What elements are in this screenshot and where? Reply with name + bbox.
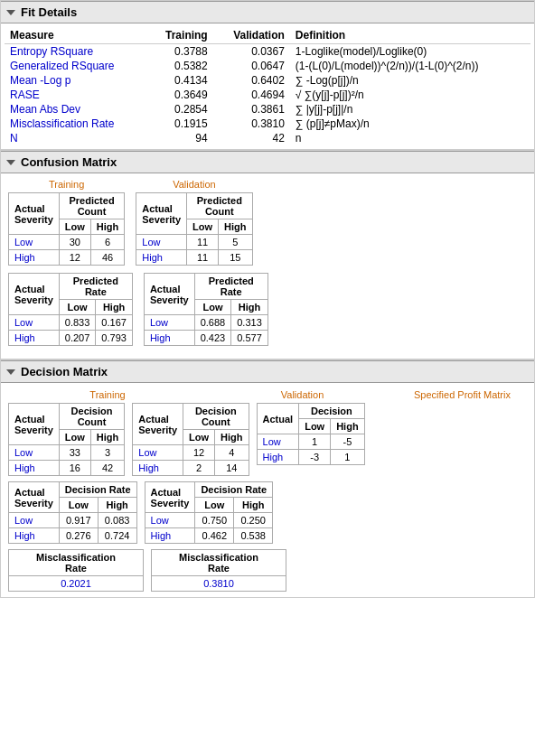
dm-decision-count-header-v: DecisionCount: [183, 404, 249, 430]
row-low: 0.207: [59, 331, 96, 346]
confusion-matrix-content: Training ActualSeverity PredictedCount L…: [1, 173, 534, 359]
row-low: 0.750: [195, 513, 234, 528]
table-row: Low 11 5: [136, 235, 252, 250]
dm-validation-misc-title: MisclassificationRate: [152, 550, 286, 576]
cm-predicted-rate-header-t: PredictedRate: [59, 274, 132, 300]
table-row: High -3 1: [257, 450, 364, 465]
row-low: 33: [59, 445, 90, 461]
fit-definition: 1-Loglike(model)/Loglike(0): [290, 44, 530, 60]
fit-details-header: Fit Details: [1, 1, 534, 23]
fit-definition: (1-(L(0)/L(model))^(2/n))/(1-L(0)^(2/n)): [290, 59, 530, 73]
row-label: High: [9, 528, 60, 544]
cm-actual-severity-header-v: ActualSeverity: [136, 193, 187, 235]
cm-count-row: Training ActualSeverity PredictedCount L…: [8, 179, 527, 266]
dm-actual-header-profit: Actual: [257, 404, 299, 434]
cm-rate-low-header-v: Low: [194, 300, 231, 315]
row-label: High: [9, 461, 60, 476]
fit-table-row: Generalized RSquare 0.5382 0.0647 (1-(L(…: [5, 59, 530, 73]
dm-actual-severity-header-t: ActualSeverity: [9, 404, 60, 445]
table-row: High 0.423 0.577: [144, 331, 268, 346]
row-label: High: [9, 331, 60, 346]
row-low: 30: [59, 235, 90, 250]
fit-details-content: Measure Training Validation Definition E…: [1, 23, 534, 149]
dm-training-misc-wrapper: MisclassificationRate 0.2021: [8, 549, 144, 592]
dm-rate-low-header-t: Low: [59, 498, 98, 513]
fit-definition: ∑ -Log(p[j])/n: [290, 73, 530, 88]
row-label: Low: [133, 445, 183, 461]
dm-high-header-v: High: [215, 430, 249, 445]
fit-validation: 0.6402: [213, 73, 290, 88]
dm-profit-matrix-label: Specified Profit Matrix: [414, 389, 511, 400]
row-label: High: [9, 250, 60, 266]
row-label: Low: [9, 315, 60, 331]
collapse-triangle-fit[interactable]: [6, 10, 15, 15]
row-label: Low: [144, 315, 194, 331]
fit-measure: Misclassification Rate: [5, 117, 147, 131]
dm-actual-severity-rate-header-t: ActualSeverity: [9, 482, 60, 513]
dm-rate-low-header-v: Low: [195, 498, 234, 513]
table-row: High 11 15: [136, 250, 252, 266]
row-label: Low: [9, 235, 60, 250]
row-low: 0.276: [59, 528, 98, 544]
fit-definition: ∑ |y[j]-p[j]|/n: [290, 102, 530, 117]
table-row: High 16 42: [9, 461, 125, 476]
row-low: 0.462: [195, 528, 234, 544]
cm-training-count-group: Training ActualSeverity PredictedCount L…: [8, 179, 125, 266]
cm-actual-severity-rate-header-v: ActualSeverity: [144, 274, 194, 315]
row-high: 0.250: [234, 513, 273, 528]
table-row: High 0.207 0.793: [9, 331, 133, 346]
dm-profit-matrix-wrapper: Actual Decision Low High Low 1 -5 High -…: [257, 403, 365, 465]
dm-validation-rate-wrapper: ActualSeverity Decision Rate Low High Lo…: [145, 481, 274, 544]
fit-table-row: Entropy RSquare 0.3788 0.0367 1-Loglike(…: [5, 44, 530, 60]
row-low: 0.688: [194, 315, 231, 331]
dm-training-misc-title: MisclassificationRate: [9, 550, 144, 576]
dm-decision-header-profit: Decision: [299, 404, 364, 419]
fit-validation: 0.3861: [213, 102, 290, 117]
col-definition: Definition: [290, 27, 530, 44]
fit-measure: Generalized RSquare: [5, 59, 147, 73]
row-label: High: [136, 250, 187, 266]
dm-count-row: ActualSeverity DecisionCount Low High Lo…: [8, 403, 527, 476]
cm-predicted-rate-header-v: PredictedRate: [194, 274, 268, 300]
cm-high-header-v: High: [219, 219, 252, 235]
row-low: 0.833: [59, 315, 96, 331]
decision-matrix-content: Training Validation Specified Profit Mat…: [1, 383, 534, 597]
cm-actual-severity-header-t: ActualSeverity: [9, 193, 60, 235]
fit-details-table: Measure Training Validation Definition E…: [5, 27, 530, 145]
cm-predicted-count-header-v: PredictedCount: [187, 193, 252, 219]
dm-training-label: Training: [89, 389, 125, 400]
cm-validation-count-table: ActualSeverity PredictedCount Low High L…: [136, 192, 252, 266]
col-measure: Measure: [5, 27, 147, 44]
dm-training-rate-table: ActualSeverity Decision Rate Low High Lo…: [8, 481, 137, 544]
dm-training-label-wrapper: Training: [8, 388, 207, 401]
dm-training-misc-value: 0.2021: [9, 576, 144, 592]
fit-measure: RASE: [5, 88, 147, 102]
fit-table-header-row: Measure Training Validation Definition: [5, 27, 530, 44]
cm-predicted-count-header-t: PredictedCount: [59, 193, 124, 219]
cm-rate-high-header-v: High: [231, 300, 268, 315]
dm-misc-row: MisclassificationRate 0.2021 Misclassifi…: [8, 549, 527, 592]
fit-training: 94: [147, 131, 213, 145]
collapse-triangle-cm[interactable]: [6, 160, 15, 165]
dm-profit-label-wrapper: Specified Profit Matrix: [398, 388, 527, 401]
cm-validation-rate-table: ActualSeverity PredictedRate Low High Lo…: [144, 273, 268, 346]
fit-table-row: Mean Abs Dev 0.2854 0.3861 ∑ |y[j]-p[j]|…: [5, 102, 530, 117]
cm-rate-row: ActualSeverity PredictedRate Low High Lo…: [8, 273, 527, 346]
dm-rate-high-header-t: High: [98, 498, 136, 513]
cm-validation-rate-group: ActualSeverity PredictedRate Low High Lo…: [144, 273, 268, 346]
table-row: High 0.276 0.724: [9, 528, 137, 544]
dm-decision-count-header-t: DecisionCount: [59, 404, 124, 430]
dm-training-misc-table: MisclassificationRate 0.2021: [8, 549, 144, 592]
fit-validation: 0.0647: [213, 59, 290, 73]
table-row: High 2 14: [133, 461, 249, 476]
table-row: Low 30 6: [9, 235, 125, 250]
table-row: High 12 46: [9, 250, 125, 266]
fit-training: 0.5382: [147, 59, 213, 73]
col-validation: Validation: [213, 27, 290, 44]
collapse-triangle-dm[interactable]: [6, 369, 15, 375]
row-high: 5: [219, 235, 252, 250]
dm-rate-row: ActualSeverity Decision Rate Low High Lo…: [8, 481, 527, 544]
row-low: 2: [183, 461, 215, 476]
dm-high-header-t: High: [90, 430, 124, 445]
cm-training-rate-group: ActualSeverity PredictedRate Low High Lo…: [8, 273, 133, 346]
